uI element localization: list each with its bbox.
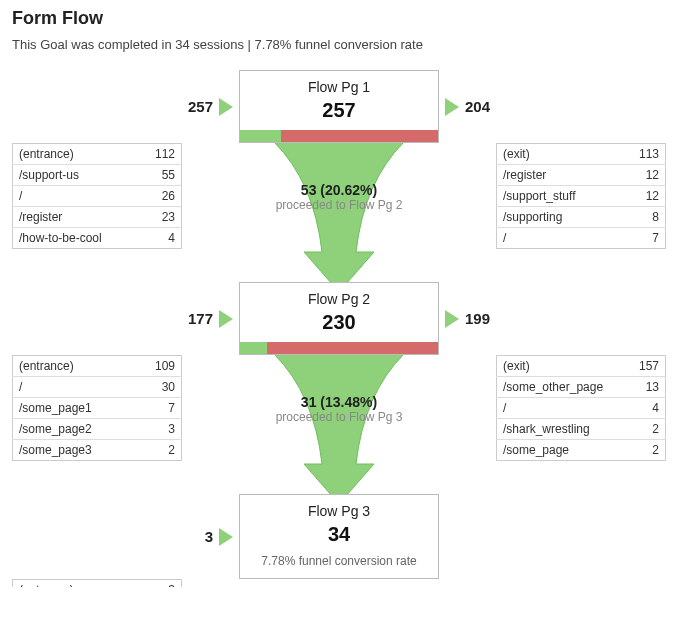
bar-proceeded [240, 342, 267, 354]
table-row: /7 [497, 228, 666, 249]
bar-exited [267, 342, 438, 354]
step-3-in-table: (entrance)3 [12, 579, 182, 587]
step-3-in-count: 3 [205, 528, 239, 546]
step-2-funnel-sub: proceeded to Flow Pg 3 [276, 410, 403, 424]
arrow-right-icon [219, 98, 233, 116]
arrow-right-icon [219, 528, 233, 546]
step-2-funnel-main: 31 (13.48%) [276, 394, 403, 410]
step-1-in-table: (entrance)112 /support-us55 /26 /registe… [12, 143, 182, 249]
step-2-in-value: 177 [188, 310, 213, 327]
step-3-box: Flow Pg 3 34 7.78% funnel conversion rat… [239, 494, 439, 579]
table-row: /register12 [497, 165, 666, 186]
funnel-diagram: 257 Flow Pg 1 257 204 (entrance)112 /sup… [12, 70, 666, 579]
step-1-name: Flow Pg 1 [240, 79, 438, 95]
table-row: /30 [13, 377, 182, 398]
page-title: Form Flow [12, 8, 666, 29]
table-row: (entrance)109 [13, 356, 182, 377]
step-2-value: 230 [240, 311, 438, 334]
step-1-out-count: 204 [439, 98, 490, 116]
table-row: /shark_wrestling2 [497, 419, 666, 440]
step-1-funnel-sub: proceeded to Flow Pg 2 [276, 198, 403, 212]
step-2-name: Flow Pg 2 [240, 291, 438, 307]
step-2-bar [240, 342, 438, 354]
step-1-box: Flow Pg 1 257 [239, 70, 439, 143]
step-2-row: 177 Flow Pg 2 230 199 [12, 282, 666, 355]
table-row: /some_page23 [13, 419, 182, 440]
step-3-row: 3 Flow Pg 3 34 7.78% funnel conversion r… [12, 494, 666, 579]
table-row: (exit)113 [497, 144, 666, 165]
step-2-box: Flow Pg 2 230 [239, 282, 439, 355]
table-row: /26 [13, 186, 182, 207]
step-1-row: 257 Flow Pg 1 257 204 [12, 70, 666, 143]
table-row: /4 [497, 398, 666, 419]
arrow-right-icon [445, 98, 459, 116]
arrow-right-icon [445, 310, 459, 328]
table-row: /support_stuff12 [497, 186, 666, 207]
step-2-out-table: (exit)157 /some_other_page13 /4 /shark_w… [496, 355, 666, 461]
table-row: /some_page17 [13, 398, 182, 419]
step-1-value: 257 [240, 99, 438, 122]
arrow-right-icon [219, 310, 233, 328]
funnel-arrow-icon [264, 354, 414, 504]
step-3-value: 34 [240, 523, 438, 546]
page-subtitle: This Goal was completed in 34 sessions |… [12, 37, 666, 52]
step-2-out-value: 199 [465, 310, 490, 327]
table-row: /some_page2 [497, 440, 666, 461]
bar-exited [281, 130, 438, 142]
step-1-in-count: 257 [188, 98, 239, 116]
table-row: /how-to-be-cool4 [13, 228, 182, 249]
step-3-subtext: 7.78% funnel conversion rate [240, 554, 438, 568]
table-row: (entrance)112 [13, 144, 182, 165]
table-row: /support-us55 [13, 165, 182, 186]
table-row: (entrance)3 [13, 580, 182, 588]
table-row: /supporting8 [497, 207, 666, 228]
step-2-out-count: 199 [439, 310, 490, 328]
table-row: /some_other_page13 [497, 377, 666, 398]
bar-proceeded [240, 130, 281, 142]
step-3-in-value: 3 [205, 528, 213, 545]
funnel-arrow-icon [264, 142, 414, 292]
step-1-bar [240, 130, 438, 142]
step-2-in-table: (entrance)109 /30 /some_page17 /some_pag… [12, 355, 182, 461]
table-row: /register23 [13, 207, 182, 228]
step-2-in-count: 177 [188, 310, 239, 328]
step-1-out-table: (exit)113 /register12 /support_stuff12 /… [496, 143, 666, 249]
table-row: /some_page32 [13, 440, 182, 461]
step-1-out-value: 204 [465, 98, 490, 115]
step-3-name: Flow Pg 3 [240, 503, 438, 519]
step-1-funnel-main: 53 (20.62%) [276, 182, 403, 198]
table-row: (exit)157 [497, 356, 666, 377]
step-1-in-value: 257 [188, 98, 213, 115]
